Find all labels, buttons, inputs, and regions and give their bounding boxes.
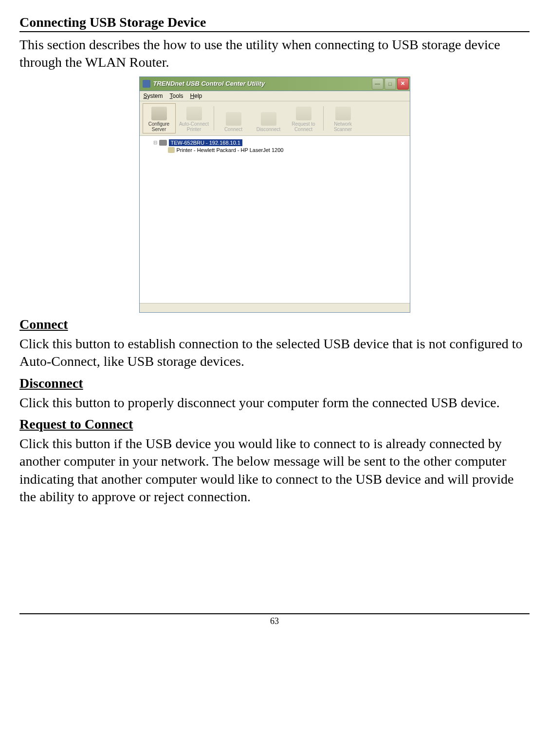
intro-text: This section describes the how to use th… <box>19 36 530 72</box>
request-body: Click this button if the USB device you … <box>19 435 530 506</box>
toolbar: Configure Server Auto-Connect Printer Co… <box>140 101 410 136</box>
menubar: System Tools Help <box>140 91 410 101</box>
statusbar <box>140 303 410 312</box>
menu-help[interactable]: Help <box>190 93 202 99</box>
request-to-connect-label: Request to Connect <box>289 121 319 132</box>
tree-printer-row[interactable]: Printer - Hewlett Packard - HP LaserJet … <box>168 147 406 153</box>
connect-body: Click this button to establish connectio… <box>19 335 530 371</box>
window-title: TRENDnet USB Control Center Utility <box>153 80 265 87</box>
tree-router-row[interactable]: ⊟ TEW-652BRU - 192.168.10.1 <box>153 139 406 146</box>
request-to-connect-icon <box>296 107 311 120</box>
router-icon <box>159 140 167 146</box>
device-tree-area: ⊟ TEW-652BRU - 192.168.10.1 Printer - He… <box>140 136 410 303</box>
printer-label: Printer - Hewlett Packard - HP LaserJet … <box>177 147 284 153</box>
router-label: TEW-652BRU - 192.168.10.1 <box>169 139 242 146</box>
menu-system[interactable]: System <box>144 93 163 99</box>
section-title: Connecting USB Storage Device <box>19 15 530 32</box>
maximize-button[interactable]: □ <box>384 78 396 90</box>
minimize-button[interactable]: — <box>372 78 384 90</box>
printer-icon <box>168 147 175 153</box>
request-heading: Request to Connect <box>19 416 530 432</box>
auto-connect-printer-button[interactable]: Auto-Connect Printer <box>178 103 211 133</box>
connect-heading: Connect <box>19 317 530 332</box>
network-scanner-button[interactable]: Network Scanner <box>327 103 360 133</box>
connect-label: Connect <box>224 127 242 132</box>
app-window: TRENDnet USB Control Center Utility — □ … <box>139 76 410 313</box>
toolbar-divider-2 <box>323 106 324 131</box>
connect-button[interactable]: Connect <box>217 103 250 133</box>
toolbar-divider <box>214 106 214 131</box>
configure-server-button[interactable]: Configure Server <box>143 103 176 133</box>
titlebar: TRENDnet USB Control Center Utility — □ … <box>140 77 410 91</box>
request-to-connect-button[interactable]: Request to Connect <box>287 103 320 133</box>
window-controls: — □ ✕ <box>372 78 409 90</box>
page-footer: 63 <box>19 613 530 626</box>
disconnect-body: Click this button to properly disconnect… <box>19 394 530 412</box>
disconnect-heading: Disconnect <box>19 376 530 391</box>
connect-icon <box>226 112 241 126</box>
disconnect-label: Disconnect <box>256 127 280 132</box>
disconnect-icon <box>261 112 276 126</box>
auto-connect-printer-label: Auto-Connect Printer <box>179 121 209 132</box>
auto-connect-printer-icon <box>186 107 202 120</box>
menu-tools[interactable]: Tools <box>170 93 183 99</box>
network-scanner-icon <box>335 107 351 120</box>
configure-server-label: Configure Server <box>144 121 174 132</box>
tree-connector-icon: ⊟ <box>153 140 157 145</box>
network-scanner-label: Network Scanner <box>328 121 358 132</box>
page-number: 63 <box>270 616 279 626</box>
app-icon <box>143 80 150 88</box>
disconnect-button[interactable]: Disconnect <box>252 103 285 133</box>
configure-server-icon <box>151 107 167 120</box>
close-button[interactable]: ✕ <box>397 78 409 90</box>
